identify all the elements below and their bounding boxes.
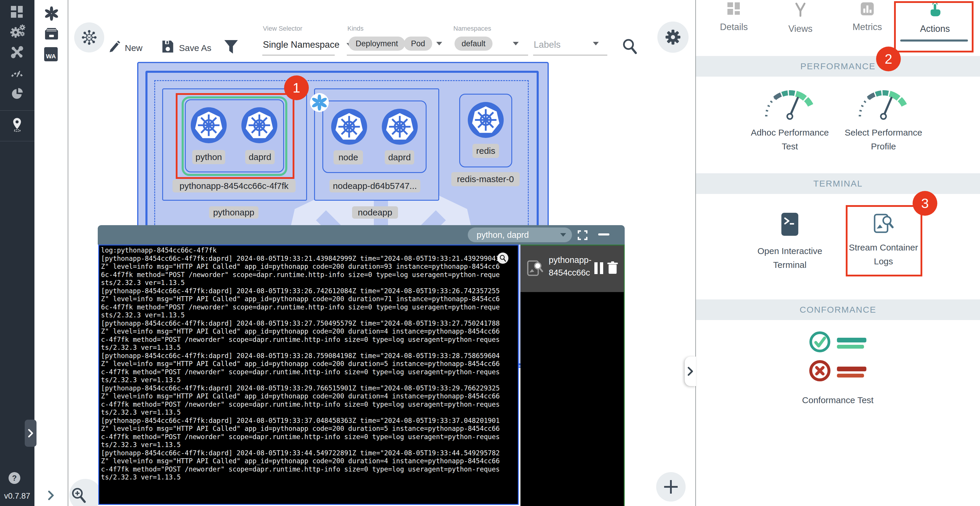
dapr-pinwheel-icon [312,94,327,110]
sidebar-item-locate[interactable] [10,117,24,132]
pause-icon [600,262,603,274]
branch-views-icon [794,2,807,17]
sidebar-item-tools[interactable] [10,45,24,59]
labels-chevron-down-icon[interactable] [593,42,599,45]
container-node[interactable] [331,109,367,145]
namespace-chip-default[interactable]: default [455,37,493,51]
strip-item-dapr[interactable] [45,6,59,21]
annotation-step-2: 2 [876,46,901,71]
search-icon [622,38,638,55]
strip-item-archive[interactable] [45,27,59,40]
wasm-badge-icon[interactable]: WA [44,47,58,61]
dashboard-grid-icon [11,6,23,18]
kubernetes-container-icon [331,109,367,145]
save-as-button-label[interactable]: Save As [179,43,212,53]
conformance-checklist-icon [779,330,897,389]
kind-chip-pod[interactable]: Pod [404,37,432,51]
dropdown-underline [533,55,607,56]
pod-name-label: redis-master-0 [451,172,520,186]
log-terminal-window: python, daprd log:pythonapp-8454cc66c-4f… [98,225,625,506]
sidebar-item-analytics[interactable] [10,86,24,101]
help-label: ? [12,474,17,483]
gear-icon [665,29,681,45]
add-button[interactable] [656,472,686,501]
save-as-button[interactable] [161,40,174,54]
zoom-in-magnifier-icon [71,487,86,504]
chevron-down-icon [560,233,566,237]
annotation-rect-3 [846,205,922,276]
delete-stream-button[interactable] [607,262,618,275]
deployment-name-label: nodeapp [352,206,398,219]
gears-icon [10,24,24,39]
kinds-label: Kinds [347,25,364,32]
terminal-title-bar[interactable]: python, daprd [98,225,625,244]
sidebar-item-settings[interactable] [10,24,24,39]
labels-dropdown[interactable]: Labels [534,40,560,50]
dapr-pinwheel-icon [45,6,59,21]
sidebar-expand-button[interactable] [25,420,37,447]
search-icon [499,254,506,262]
plus-icon [664,480,678,493]
action-label-line1: Conformance Test [779,393,897,407]
log-text: log:pythonapp-8454cc66c-4f7fk [pythonapp… [99,246,518,482]
version-label: v0.7.87 [4,492,30,501]
annotation-rect-1 [176,93,294,179]
terminal-fullscreen-button[interactable] [578,230,588,240]
namespaces-label: Namespaces [453,25,491,32]
log-search-button[interactable] [497,252,508,264]
pod-name-label: nodeapp-d64b5747... [329,179,420,192]
search-button[interactable] [622,38,638,55]
deployment-name-label: pythonapp [209,206,258,219]
stream-title-line2: 8454cc66c [549,267,592,279]
location-pin-icon [11,117,23,132]
section-header-performance: PERFORMANCE [696,56,980,77]
tool-strip: WA [35,0,68,506]
action-label-line2: Profile [824,139,942,153]
terminal-minimize-button[interactable] [598,233,609,235]
stream-title-line1: pythonapp- [549,254,592,267]
floppy-save-icon [161,40,174,54]
funnel-filter-icon [224,40,239,56]
container-redis[interactable] [468,102,504,138]
action-conformance-test[interactable]: Conformance Test [779,330,897,407]
action-select-performance-profile[interactable]: Select Performance Profile [824,88,942,153]
namespaces-chevron-down-icon[interactable] [513,42,519,45]
tab-label: Details [720,22,748,32]
chevron-right-icon [28,429,33,437]
chevron-right-icon [48,490,54,500]
details-grid-icon [727,2,740,15]
details-side-panel: Details Views Metrics Actions PERFORMANC… [696,0,980,506]
container-selector-dropdown[interactable]: python, daprd [468,228,572,242]
tab-label: Metrics [853,22,882,32]
tab-metrics[interactable]: Metrics [840,2,894,46]
collapse-panel-button[interactable] [685,357,696,386]
sidebar-divider [0,141,35,142]
new-button-label[interactable]: New [125,43,143,53]
zoom-in-button[interactable] [69,479,102,506]
layout-button[interactable] [74,22,104,53]
new-button[interactable] [108,40,121,54]
strip-expand-button[interactable] [48,490,54,500]
help-button[interactable]: ? [8,472,20,484]
pause-stream-button[interactable] [594,262,603,274]
dropdown-underline [262,55,335,56]
kind-chip-deployment[interactable]: Deployment [348,37,405,51]
pencil-icon [108,40,121,54]
sidebar-item-dashboard[interactable] [10,5,24,19]
sidebar-divider [0,110,35,111]
log-output-panel[interactable]: log:pythonapp-8454cc66c-4f7fk [pythonapp… [98,244,519,505]
container-label: node [334,150,363,164]
tab-details[interactable]: Details [707,2,761,46]
kinds-chevron-down-icon[interactable] [436,42,442,45]
annotation-rect-2 [894,1,974,53]
container-daprd[interactable] [382,109,418,145]
panel-divider [695,0,696,506]
settings-button[interactable] [657,22,689,53]
log-stream-item[interactable]: pythonapp- 8454cc66c [520,246,624,292]
pause-icon [594,262,598,274]
filter-button[interactable] [224,40,239,56]
view-selector-dropdown[interactable]: Single Namespace [263,40,352,50]
sidebar-item-performance[interactable] [10,65,24,80]
tab-views[interactable]: Views [774,2,827,46]
container-selector-value: python, daprd [477,230,529,240]
